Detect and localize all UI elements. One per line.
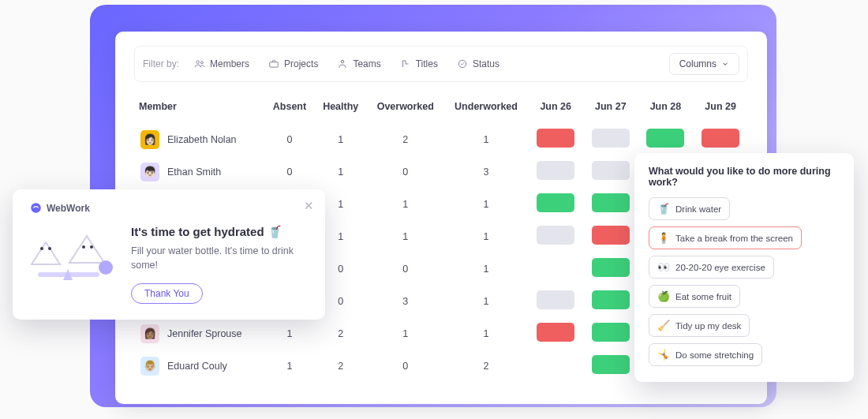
svg-point-0: [196, 61, 200, 64]
columns-button-label: Columns: [679, 58, 716, 69]
day-cell: [528, 155, 583, 188]
wellbeing-question: What would you like to do more during wo…: [649, 166, 840, 188]
avatar: 👩🏻: [140, 130, 159, 149]
users-icon: [194, 58, 205, 69]
wellbeing-option[interactable]: 🍏Eat some fruit: [649, 285, 740, 308]
option-label: Drink water: [675, 204, 721, 214]
svg-point-8: [40, 247, 43, 250]
cell-overworked: 0: [367, 253, 444, 285]
hydration-title: It's time to get hydrated 🥤: [131, 225, 308, 239]
wellbeing-option[interactable]: 🥤Drink water: [649, 197, 730, 220]
filter-projects-label: Projects: [284, 58, 318, 69]
cell-absent: 0: [264, 155, 314, 188]
svg-point-5: [31, 203, 41, 213]
status-pill-grey: [592, 129, 630, 148]
day-cell: [583, 253, 638, 285]
close-icon[interactable]: ✕: [304, 199, 314, 213]
filter-status[interactable]: Status: [450, 54, 507, 73]
wellbeing-option[interactable]: 🧍Take a break from the screen: [649, 226, 802, 249]
status-pill-red: [537, 129, 574, 148]
cell-underworked: 1: [444, 123, 529, 155]
day-cell: [528, 253, 583, 285]
avatar: 👦🏻: [140, 163, 159, 181]
day-cell: [528, 220, 583, 253]
avatar: 👨🏼: [140, 357, 159, 376]
cell-absent: 1: [264, 317, 314, 350]
hydration-popup: WebWork ✕ It's time to get hydrated 🥤 Fi…: [13, 189, 325, 320]
filter-toolbar: Filter by: Members Projects Teams Titles…: [134, 46, 748, 82]
status-pill-green: [592, 193, 630, 212]
member-name: Eduard Couly: [167, 361, 227, 372]
webwork-logo-icon: [30, 202, 42, 214]
status-pill-green: [537, 193, 574, 212]
option-label: Eat some fruit: [675, 292, 731, 301]
member-name: Elizabeth Nolan: [167, 134, 237, 145]
day-cell: [528, 317, 583, 350]
cell-overworked: 3: [367, 285, 444, 317]
filter-by-label: Filter by:: [143, 58, 179, 69]
wellbeing-option[interactable]: 🤸Do some stretching: [649, 343, 762, 366]
option-emoji-icon: 🍏: [657, 290, 670, 302]
briefcase-icon: [268, 58, 279, 69]
member-name: Jennifer Sprouse: [167, 328, 242, 339]
filter-members-label: Members: [210, 58, 249, 69]
table-row: 👩🏻Elizabeth Nolan0121: [134, 123, 748, 155]
cell-overworked: 0: [367, 350, 444, 382]
status-pill-green: [592, 355, 630, 374]
brand: WebWork: [30, 202, 308, 214]
col-overworked: Overworked: [367, 93, 444, 123]
filter-titles[interactable]: Titles: [393, 54, 445, 73]
filter-teams[interactable]: Teams: [330, 54, 387, 73]
day-cell: [583, 350, 638, 382]
cell-overworked: 1: [367, 317, 444, 350]
filter-teams-label: Teams: [353, 58, 380, 69]
col-absent: Absent: [264, 93, 314, 123]
cell-underworked: 3: [444, 155, 529, 188]
day-cell: [583, 155, 638, 188]
col-underworked: Underworked: [444, 93, 529, 123]
svg-point-10: [82, 245, 85, 249]
chevron-down-icon: [721, 60, 729, 68]
col-jun28: Jun 28: [638, 93, 694, 123]
cell-overworked: 2: [367, 123, 444, 155]
cell-absent: 0: [264, 123, 314, 155]
svg-point-3: [342, 60, 345, 63]
svg-point-12: [99, 260, 113, 275]
status-pill-grey: [537, 161, 574, 180]
day-cell: [583, 285, 638, 317]
columns-button[interactable]: Columns: [669, 53, 739, 75]
status-pill-red: [702, 129, 739, 148]
brand-label: WebWork: [47, 203, 90, 214]
col-member: Member: [134, 93, 264, 123]
svg-rect-2: [270, 62, 279, 67]
cell-healthy: 1: [315, 123, 367, 155]
thank-you-button[interactable]: Thank You: [131, 283, 203, 304]
col-jun27: Jun 27: [583, 93, 638, 123]
cell-underworked: 1: [444, 188, 529, 220]
option-emoji-icon: 🥤: [657, 203, 670, 215]
cell-healthy: 1: [315, 155, 367, 188]
filter-members[interactable]: Members: [187, 54, 256, 73]
svg-point-11: [90, 245, 93, 249]
day-cell: [528, 285, 583, 317]
hydration-body: Fill your water bottle. It's time to dri…: [131, 244, 308, 272]
day-cell: [693, 123, 748, 155]
titles-icon: [400, 58, 411, 69]
option-emoji-icon: 👀: [657, 261, 670, 273]
wellbeing-option[interactable]: 🧹Tidy up my desk: [649, 314, 750, 337]
status-pill-green: [592, 290, 630, 309]
day-cell: [638, 123, 694, 155]
wellbeing-option[interactable]: 👀20-20-20 eye exercise: [649, 256, 774, 279]
status-pill-grey: [537, 290, 574, 309]
cell-overworked: 0: [367, 155, 444, 188]
filter-titles-label: Titles: [416, 58, 438, 69]
cell-underworked: 2: [444, 350, 529, 382]
filter-projects[interactable]: Projects: [261, 54, 325, 73]
cell-underworked: 1: [444, 220, 529, 253]
status-pill-red: [592, 226, 630, 245]
option-label: 20-20-20 eye exercise: [675, 263, 765, 272]
cell-underworked: 1: [444, 285, 529, 317]
status-pill-grey: [592, 161, 630, 180]
day-cell: [528, 123, 583, 155]
cell-healthy: 2: [315, 317, 367, 350]
